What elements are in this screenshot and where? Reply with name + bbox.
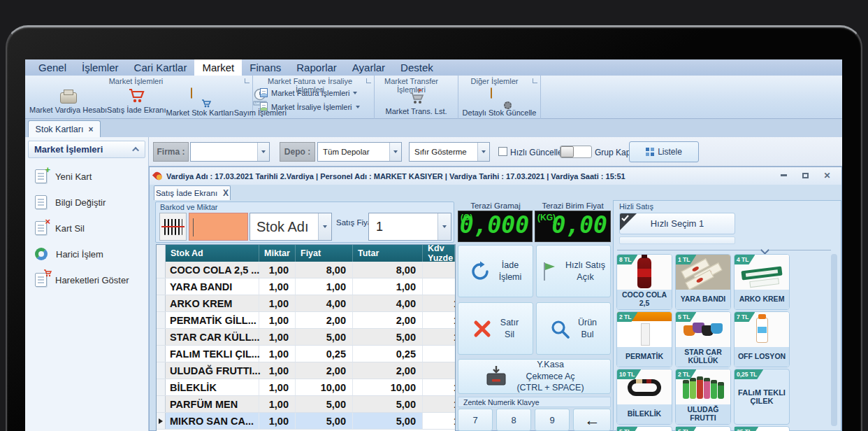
table-row[interactable]: BİLEKLİK1,0010,0010,001 [157, 379, 455, 396]
table-row[interactable]: PERMATİK GİLL...1,002,002,001 [157, 312, 455, 329]
col-kdv-yuzde[interactable]: Kdv Yuzde [423, 245, 455, 262]
sifir-gosterme-combobox[interactable]: Sıfır Gösterme [409, 142, 490, 162]
table-row[interactable]: PARFÜM MEN1,005,005,001 [157, 396, 455, 413]
chevron-down-icon[interactable] [760, 246, 769, 255]
button-caption: Market Fatura İşlemleri [271, 89, 349, 97]
product-card-uludag-frutti[interactable]: 2 TL ULUDAĞ FRUTTI [675, 369, 731, 425]
iade-islemi-button[interactable]: İadeİşlemi [458, 245, 533, 297]
button-caption: Market İrsaliye İşlemleri [271, 103, 352, 111]
product-card-star-car-kulluk[interactable]: 5 TL STAR CAR KÜLLÜK [675, 311, 731, 367]
listele-button[interactable]: Listele [629, 141, 699, 162]
quick-selection-label: Hızlı Seçim 1 [651, 218, 704, 229]
sidebar-item-yeni-kart[interactable]: + Yeni Kart [35, 168, 148, 185]
sidebar-header-market-islemleri[interactable]: Market İşlemleri [28, 141, 145, 158]
menu-raporlar[interactable]: Raporlar [289, 59, 345, 76]
market-vardiya-hesabi-button[interactable]: Market Vardiya Hesabı [29, 87, 107, 119]
menu-destek[interactable]: Destek [393, 59, 441, 76]
sidebar: Market İşlemleri + Yeni Kart Bilgi Değiş… [25, 137, 149, 431]
market-trans-lst-button[interactable]: Market Trans. Lst. [385, 87, 447, 119]
quick-sale-scrollbar[interactable] [831, 254, 837, 426]
col-tutar[interactable]: Tutar [353, 245, 423, 262]
menu-ayarlar[interactable]: Ayarlar [345, 59, 393, 76]
panel-separator [617, 250, 831, 250]
satir-sil-button[interactable]: SatırSil [458, 302, 533, 355]
table-row[interactable]: ULUDAĞ FRUTTI...1,002,002,00 [157, 362, 455, 379]
tab-satis-iade-ekrani[interactable]: Satış İade Ekranı X [154, 185, 231, 200]
flame-icon [152, 170, 164, 181]
barcode-input[interactable] [189, 213, 248, 241]
table-row[interactable]: STAR CAR KÜLL...1,005,005,001 [157, 329, 455, 346]
product-card-coco-cola[interactable]: 8 TL COCO COLA 2,5 [616, 254, 672, 310]
product-card-bileklik[interactable]: 10 TL BİLEKLİK [616, 369, 672, 425]
product-card-off-losyon[interactable]: 7 TL OFF LOSYON [734, 311, 790, 367]
tab-close-icon[interactable]: X [223, 188, 229, 198]
button-caption: Market Vardiya Hesabı [29, 106, 107, 114]
grup-kapali-toggle[interactable] [560, 146, 592, 158]
product-card-arko-krem[interactable]: 4 TL ARKO KREM [734, 254, 790, 310]
keypad-backspace-key[interactable]: ← [573, 409, 611, 431]
tab-close-icon[interactable]: × [88, 125, 93, 134]
hizli-guncelle-checkbox[interactable] [498, 147, 507, 156]
product-card-falim[interactable]: 0,25 TL FALıM TEKLI ÇILEK [734, 369, 790, 425]
market-irsaliye-islemleri-button[interactable]: Market İrsaliye İşlemleri [260, 102, 370, 111]
col-miktar[interactable]: Miktar [259, 245, 296, 262]
restore-button[interactable] [800, 171, 811, 180]
product-card-partial[interactable]: 35 TL [734, 426, 790, 431]
product-name: BİLEKLİK [617, 404, 672, 424]
firma-combobox[interactable] [190, 142, 270, 162]
satis-fiyat-value: 1 [369, 213, 437, 240]
menu-islemler[interactable]: İşlemler [74, 59, 126, 76]
satis-fiyat-dropdown-button[interactable] [437, 213, 451, 240]
table-row[interactable]: FALıM TEKLI ÇIL...1,000,250,25 [157, 346, 455, 362]
search-icon [550, 319, 570, 339]
sidebar-item-hareketleri-goster[interactable]: Hareketleri Göster [35, 271, 148, 288]
sifir-dropdown-button[interactable] [477, 143, 489, 161]
detayli-stok-guncelle-button[interactable]: Detaylı Stok Güncelle [463, 87, 537, 119]
dialog-launcher-icon[interactable] [533, 78, 537, 83]
product-card-yara-bandi[interactable]: 1 TL YARA BANDI [675, 254, 731, 310]
quick-selection-empty-slot[interactable] [619, 236, 735, 244]
urun-bul-button[interactable]: ÜrünBul [536, 302, 611, 355]
stok-adi-dropdown-button[interactable] [318, 213, 331, 240]
dialog-launcher-icon[interactable] [245, 78, 249, 83]
menu-finans[interactable]: Finans [242, 59, 289, 76]
depo-dropdown-button[interactable] [389, 143, 401, 161]
dialog-launcher-icon[interactable] [366, 78, 371, 83]
menu-genel[interactable]: Genel [31, 59, 74, 76]
tab-stok-kartlari[interactable]: Stok Kartları × [28, 120, 101, 137]
depo-combobox[interactable]: Tüm Depolar [317, 142, 402, 162]
keypad-key-7[interactable]: 7 [458, 409, 493, 431]
market-stok-kartlari-button[interactable]: Market Stok Kartları [166, 87, 233, 119]
close-button[interactable]: ✕ [822, 171, 832, 180]
menu-market[interactable]: Market [194, 59, 242, 76]
hizli-secim-1-button[interactable]: Hızlı Seçim 1 [619, 213, 735, 234]
sidebar-item-kart-sil[interactable]: × Kart Sil [35, 220, 148, 236]
firma-dropdown-button[interactable] [257, 143, 269, 161]
ribbon-group-title: Market İşlemleri [29, 77, 243, 85]
hizli-satis-acik-button[interactable]: Hızlı SatışAçık [536, 245, 611, 297]
stok-adi-combobox[interactable]: Stok Adı [249, 213, 332, 241]
keypad-key-9[interactable]: 9 [535, 409, 570, 431]
sidebar-item-bilgi-degistir[interactable]: Bilgi Değiştir [35, 194, 148, 211]
keypad-key-8[interactable]: 8 [496, 409, 531, 431]
satis-iade-ekrani-button[interactable]: Satış İade Ekranı [107, 87, 166, 119]
product-card-partial[interactable]: 5 TL [616, 426, 672, 431]
product-card-partial[interactable]: 5 TL [675, 426, 731, 431]
new-card-icon: + [35, 169, 47, 183]
device-stage: Genel İşlemler Cari Kartlar Market Finan… [0, 0, 868, 431]
ykasa-cekmece-ac-button[interactable]: Y.KasaÇekmece Aç(CTRL + SPACE) [458, 359, 611, 394]
minimize-button[interactable] [779, 171, 789, 180]
table-row-selected[interactable]: MIKRO SAN CA...1,005,005,001 [157, 413, 455, 430]
external-operation-icon [35, 248, 48, 260]
col-fiyat[interactable]: Fiyat [296, 245, 353, 262]
table-row[interactable]: ARKO KREM1,004,004,001 [157, 295, 455, 312]
hizli-guncelle-label: Hızlı Güncelle [510, 148, 563, 157]
col-stok-ad[interactable]: Stok Ad [166, 245, 259, 262]
table-row[interactable]: YARA BANDI1,001,001,00 [157, 278, 455, 295]
satis-fiyat-combobox[interactable]: 1 [368, 213, 451, 241]
product-card-permatik[interactable]: 2 TL PERMATİK [616, 311, 672, 367]
sidebar-item-harici-islem[interactable]: Harici İşlem [35, 246, 148, 262]
table-row[interactable]: COCO COLA 2,5 ...1,008,008,00 [157, 262, 455, 278]
market-fatura-islemleri-button[interactable]: Market Fatura İşlemleri [260, 88, 370, 97]
menu-cari-kartlar[interactable]: Cari Kartlar [126, 59, 195, 76]
